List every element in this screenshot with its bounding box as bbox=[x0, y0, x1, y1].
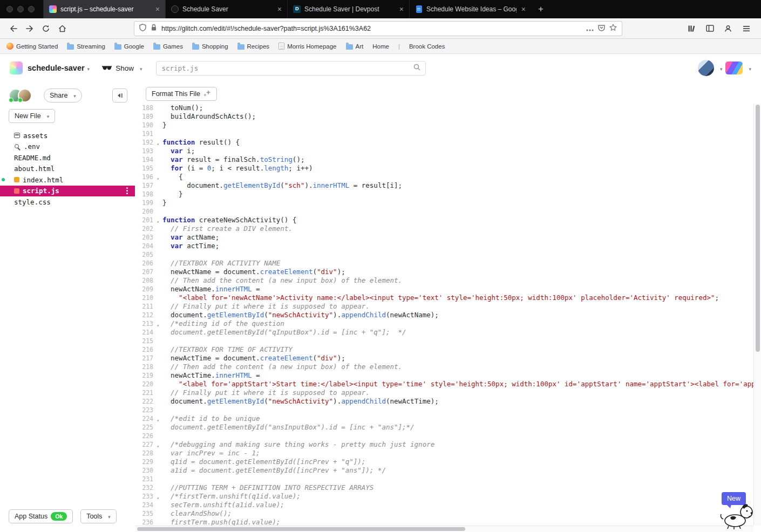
url-bar[interactable]: https://glitch.com/edit/#!/schedule-save… bbox=[134, 21, 622, 36]
fold-arrow-icon[interactable] bbox=[157, 174, 159, 183]
code-line: 220 "<label for='apptStart'>Start time:<… bbox=[135, 380, 753, 388]
library-icon[interactable] bbox=[683, 21, 699, 36]
vertical-scrollbar[interactable] bbox=[753, 104, 761, 526]
tab-close-icon[interactable] bbox=[398, 5, 405, 13]
file-options-icon[interactable] bbox=[126, 190, 128, 192]
account-icon[interactable] bbox=[720, 21, 736, 36]
pocket-icon[interactable] bbox=[598, 24, 605, 33]
browser-tab[interactable]: Schedule Website Ideas – Goog bbox=[409, 0, 531, 18]
bookmark-item[interactable]: Google bbox=[114, 43, 144, 50]
chevron-down-icon[interactable] bbox=[720, 63, 723, 73]
chevron-down-icon[interactable] bbox=[749, 63, 751, 73]
project-sidebar: Share New File assets.envREADME.mdabout.… bbox=[0, 82, 135, 532]
file-item-script-js[interactable]: script.js bbox=[0, 186, 135, 197]
chevron-down-icon bbox=[73, 92, 76, 99]
collapse-sidebar-button[interactable] bbox=[112, 88, 127, 103]
glitch-logo[interactable] bbox=[10, 62, 23, 74]
bookmark-item[interactable]: Streaming bbox=[67, 43, 105, 50]
maximize-window-button[interactable] bbox=[28, 6, 35, 12]
file-item-about-html[interactable]: about.html bbox=[0, 163, 135, 175]
page-actions-icon[interactable] bbox=[586, 24, 594, 33]
fold-arrow-icon[interactable] bbox=[157, 493, 159, 503]
glitch-favicon-icon bbox=[49, 5, 57, 13]
bookmark-item[interactable]: Games bbox=[153, 43, 183, 50]
bookmark-star-icon[interactable] bbox=[609, 24, 617, 33]
menu-hamburger-icon[interactable] bbox=[738, 21, 755, 36]
line-number: 206 bbox=[135, 259, 153, 268]
code-text: newActTime.innerHTML = bbox=[153, 371, 260, 380]
project-name[interactable]: schedule-saver bbox=[28, 64, 85, 72]
code-text: } bbox=[153, 199, 167, 207]
sidebars-icon[interactable] bbox=[702, 21, 718, 36]
app-status-button[interactable]: App Status Ok bbox=[9, 509, 73, 523]
line-number: 228 bbox=[135, 449, 153, 458]
url-text[interactable]: https://glitch.com/edit/#!/schedule-save… bbox=[161, 25, 582, 32]
reload-button[interactable] bbox=[38, 21, 54, 36]
browser-toolbar: https://glitch.com/edit/#!/schedule-save… bbox=[0, 18, 761, 39]
bookmark-item[interactable]: Art bbox=[346, 43, 364, 50]
code-text: // Then add the content (a new input box… bbox=[153, 276, 402, 285]
code-text: document.getElementById("sch").innerHTML… bbox=[153, 181, 402, 190]
minimize-window-button[interactable] bbox=[17, 6, 24, 12]
bookmark-item[interactable]: Home bbox=[372, 43, 389, 50]
fold-arrow-icon[interactable] bbox=[157, 441, 159, 451]
back-button[interactable] bbox=[5, 21, 22, 36]
horizontal-scrollbar-thumb[interactable] bbox=[137, 527, 465, 531]
line-number: 215 bbox=[135, 337, 153, 345]
folder-icon bbox=[237, 44, 244, 50]
forward-button[interactable] bbox=[22, 21, 38, 36]
line-number: 207 bbox=[135, 268, 153, 276]
tools-button[interactable]: Tools bbox=[80, 509, 117, 523]
bookmark-item[interactable]: Brook Codes bbox=[409, 43, 445, 50]
code-editor[interactable]: Format This File 188 toNum();189 buildAr… bbox=[135, 82, 761, 532]
fold-arrow-icon[interactable] bbox=[157, 139, 159, 149]
file-item-env[interactable]: .env bbox=[0, 141, 135, 153]
file-item-index-html[interactable]: index.html bbox=[0, 174, 135, 186]
home-button[interactable] bbox=[54, 21, 70, 36]
line-number: 218 bbox=[135, 363, 153, 371]
browser-tab[interactable]: Schedule Saver | Devpost bbox=[287, 0, 409, 18]
bookmark-item[interactable]: Morris Homepage bbox=[278, 43, 336, 50]
code-line: 201function createNewSchActivity() { bbox=[135, 216, 753, 224]
new-file-button[interactable]: New File bbox=[9, 109, 55, 123]
code-text: } bbox=[153, 190, 183, 199]
vertical-scrollbar-thumb[interactable] bbox=[756, 105, 760, 352]
tab-close-icon[interactable] bbox=[520, 5, 527, 13]
line-number: 233 bbox=[135, 492, 153, 501]
horizontal-scrollbar[interactable] bbox=[135, 526, 753, 532]
file-search-box[interactable] bbox=[156, 61, 426, 76]
bookmark-item[interactable]: Getting Started bbox=[6, 43, 58, 50]
browser-tab[interactable]: Schedule Saver bbox=[165, 0, 287, 18]
share-button[interactable]: Share bbox=[44, 88, 82, 103]
file-item-assets[interactable]: assets bbox=[0, 130, 135, 141]
format-file-button[interactable]: Format This File bbox=[146, 87, 217, 101]
user-avatar[interactable] bbox=[698, 60, 714, 76]
file-item-readme-md[interactable]: README.md bbox=[0, 152, 135, 163]
fold-arrow-icon[interactable] bbox=[157, 217, 159, 227]
tracking-protection-shield-icon[interactable] bbox=[139, 24, 146, 33]
avatar[interactable] bbox=[725, 62, 743, 74]
code-text: } bbox=[153, 121, 167, 129]
code-lines[interactable]: 188 toNum();189 buildAroundSchActs();190… bbox=[135, 104, 753, 532]
fold-arrow-icon[interactable] bbox=[157, 415, 159, 425]
line-number: 227 bbox=[135, 440, 153, 449]
browser-tab[interactable]: script.js – schedule-saver bbox=[43, 0, 165, 18]
file-search-input[interactable] bbox=[161, 64, 413, 72]
tab-close-icon[interactable] bbox=[154, 5, 161, 13]
line-number: 212 bbox=[135, 311, 153, 319]
member-avatar[interactable] bbox=[18, 88, 32, 103]
code-line: 234 secTerm.unshift(a1id.value); bbox=[135, 501, 753, 509]
code-line: 225 document.getElementById("ansInputBox… bbox=[135, 423, 753, 432]
close-window-button[interactable] bbox=[6, 6, 13, 12]
dark-circle-favicon-icon bbox=[171, 5, 179, 13]
show-button[interactable]: Show bbox=[101, 64, 142, 72]
tab-close-icon[interactable] bbox=[276, 5, 283, 13]
lock-icon[interactable] bbox=[151, 24, 157, 33]
chevron-down-icon[interactable] bbox=[87, 63, 90, 73]
file-item-style-css[interactable]: style.css bbox=[0, 196, 135, 208]
bookmark-item[interactable]: Shopping bbox=[192, 43, 228, 50]
fold-arrow-icon[interactable] bbox=[157, 320, 159, 330]
new-tab-button[interactable] bbox=[531, 0, 551, 18]
devpost-favicon-icon bbox=[293, 5, 301, 13]
bookmark-item[interactable]: Recipes bbox=[237, 43, 270, 50]
